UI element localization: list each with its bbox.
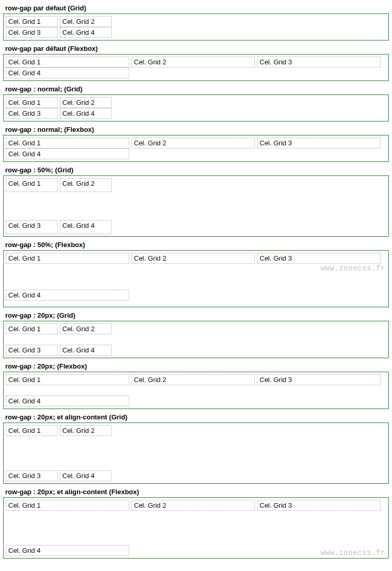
- flex-container: Cel. Grid 1 Cel. Grid 2 Cel. Grid 3 Cel.…: [6, 57, 386, 78]
- example-box: www.zonecss.fr Cel. Grid 1 Cel. Grid 2 C…: [3, 250, 389, 307]
- grid-cell: Cel. Grid 3: [6, 345, 58, 356]
- example-box: Cel. Grid 1 Cel. Grid 2 Cel. Grid 3 Cel.…: [3, 321, 389, 358]
- grid-cell: Cel. Grid 3: [6, 220, 58, 234]
- grid-cell: Cel. Grid 4: [60, 345, 112, 356]
- example-row-gap-default-grid: row-gap par défaut (Grid) Cel. Grid 1 Ce…: [3, 3, 389, 40]
- section-heading: row-gap par défaut (Flexbox): [3, 44, 389, 54]
- example-row-gap-normal-flex: row-gap : normal; (Flexbox) Cel. Grid 1 …: [3, 125, 389, 162]
- grid-container: Cel. Grid 1 Cel. Grid 2 Cel. Grid 3 Cel.…: [6, 16, 386, 38]
- example-row-gap-50pct-grid: row-gap : 50%; (Grid) Cel. Grid 1 Cel. G…: [3, 165, 389, 237]
- grid-cell: Cel. Grid 4: [6, 67, 129, 78]
- grid-cell: Cel. Grid 2: [60, 425, 112, 436]
- example-box: Cel. Grid 1 Cel. Grid 2 Cel. Grid 3 Cel.…: [3, 54, 389, 81]
- grid-container: Cel. Grid 1 Cel. Grid 2 Cel. Grid 3 Cel.…: [6, 178, 386, 234]
- grid-cell: Cel. Grid 1: [6, 138, 129, 148]
- flex-container: Cel. Grid 1 Cel. Grid 2 Cel. Grid 3 Cel.…: [6, 500, 386, 556]
- grid-cell: Cel. Grid 4: [60, 470, 112, 481]
- section-heading: row-gap : 20px; et align-content (Grid): [3, 412, 389, 423]
- grid-cell: Cel. Grid 2: [131, 57, 255, 67]
- grid-cell: Cel. Grid 3: [257, 500, 381, 511]
- grid-cell: Cel. Grid 1: [6, 178, 58, 192]
- section-heading: row-gap : normal; (Flexbox): [3, 125, 389, 135]
- example-row-gap-normal-grid: row-gap : normal; (Grid) Cel. Grid 1 Cel…: [3, 84, 389, 121]
- grid-cell: Cel. Grid 3: [6, 27, 58, 38]
- example-row-gap-20px-align-grid: row-gap : 20px; et align-content (Grid) …: [3, 412, 389, 484]
- example-box: Cel. Grid 1 Cel. Grid 2 Cel. Grid 3 Cel.…: [3, 135, 389, 162]
- grid-cell: Cel. Grid 3: [257, 57, 381, 67]
- grid-cell: Cel. Grid 2: [131, 138, 255, 148]
- section-heading: row-gap par défaut (Grid): [3, 3, 389, 13]
- example-row-gap-20px-flex: row-gap : 20px; (Flexbox) Cel. Grid 1 Ce…: [3, 361, 389, 409]
- grid-cell: Cel. Grid 2: [60, 97, 112, 108]
- grid-cell: Cel. Grid 1: [6, 97, 58, 108]
- grid-cell: Cel. Grid 2: [131, 374, 255, 385]
- grid-cell: Cel. Grid 1: [6, 500, 129, 511]
- example-row-gap-default-flex: row-gap par défaut (Flexbox) Cel. Grid 1…: [3, 44, 389, 81]
- grid-cell: Cel. Grid 2: [131, 253, 255, 264]
- grid-cell: Cel. Grid 2: [60, 323, 112, 334]
- grid-cell: Cel. Grid 2: [60, 16, 112, 27]
- grid-cell: Cel. Grid 4: [6, 396, 129, 406]
- grid-cell: Cel. Grid 4: [6, 545, 129, 556]
- section-heading: row-gap : 20px; (Grid): [3, 310, 389, 321]
- grid-cell: Cel. Grid 2: [131, 500, 255, 511]
- grid-cell: Cel. Grid 4: [60, 108, 112, 119]
- example-box: Cel. Grid 1 Cel. Grid 2 Cel. Grid 3 Cel.…: [3, 94, 389, 121]
- grid-container: Cel. Grid 1 Cel. Grid 2 Cel. Grid 3 Cel.…: [6, 323, 386, 356]
- section-heading: row-gap : 20px; (Flexbox): [3, 361, 389, 372]
- section-heading: row-gap : 50%; (Grid): [3, 165, 389, 175]
- grid-container: Cel. Grid 1 Cel. Grid 2 Cel. Grid 3 Cel.…: [6, 425, 386, 481]
- example-row-gap-50pct-flex: row-gap : 50%; (Flexbox) www.zonecss.fr …: [3, 240, 389, 307]
- grid-cell: Cel. Grid 1: [6, 253, 129, 264]
- watermark-text: www.zonecss.fr: [321, 0, 386, 2]
- grid-cell: Cel. Grid 1: [6, 374, 129, 385]
- section-heading: row-gap : 20px; et align-content (Flexbo…: [3, 487, 389, 497]
- example-box: www.zonecss.fr Cel. Grid 1 Cel. Grid 2 C…: [3, 497, 389, 559]
- example-row-gap-20px-align-flex: row-gap : 20px; et align-content (Flexbo…: [3, 487, 389, 559]
- grid-cell: Cel. Grid 1: [6, 323, 58, 334]
- grid-cell: Cel. Grid 1: [6, 425, 58, 436]
- grid-cell: Cel. Grid 1: [6, 57, 129, 67]
- flex-container: Cel. Grid 1 Cel. Grid 2 Cel. Grid 3 Cel.…: [6, 374, 386, 406]
- example-box: Cel. Grid 1 Cel. Grid 2 Cel. Grid 3 Cel.…: [3, 175, 389, 237]
- grid-cell: Cel. Grid 1: [6, 16, 58, 27]
- grid-cell: Cel. Grid 3: [6, 108, 58, 119]
- example-box: Cel. Grid 1 Cel. Grid 2 Cel. Grid 3 Cel.…: [3, 423, 389, 484]
- grid-cell: Cel. Grid 4: [60, 27, 112, 38]
- grid-cell: Cel. Grid 3: [257, 374, 381, 385]
- grid-cell: Cel. Grid 2: [60, 178, 112, 192]
- grid-cell: Cel. Grid 4: [6, 148, 129, 159]
- grid-cell: Cel. Grid 4: [6, 290, 129, 301]
- grid-container: Cel. Grid 1 Cel. Grid 2 Cel. Grid 3 Cel.…: [6, 97, 386, 119]
- section-heading: row-gap : normal; (Grid): [3, 84, 389, 94]
- grid-cell: Cel. Grid 3: [257, 138, 381, 148]
- section-heading: row-gap : 50%; (Flexbox): [3, 240, 389, 250]
- grid-cell: Cel. Grid 4: [60, 220, 112, 234]
- flex-container: Cel. Grid 1 Cel. Grid 2 Cel. Grid 3 Cel.…: [6, 138, 386, 159]
- example-box: Cel. Grid 1 Cel. Grid 2 Cel. Grid 3 Cel.…: [3, 372, 389, 409]
- flex-container: Cel. Grid 1 Cel. Grid 2 Cel. Grid 3 Cel.…: [6, 253, 386, 305]
- grid-cell: Cel. Grid 3: [6, 470, 58, 481]
- grid-cell: Cel. Grid 3: [257, 253, 381, 264]
- example-row-gap-20px-grid: row-gap : 20px; (Grid) Cel. Grid 1 Cel. …: [3, 310, 389, 358]
- example-box: Cel. Grid 1 Cel. Grid 2 Cel. Grid 3 Cel.…: [3, 13, 389, 40]
